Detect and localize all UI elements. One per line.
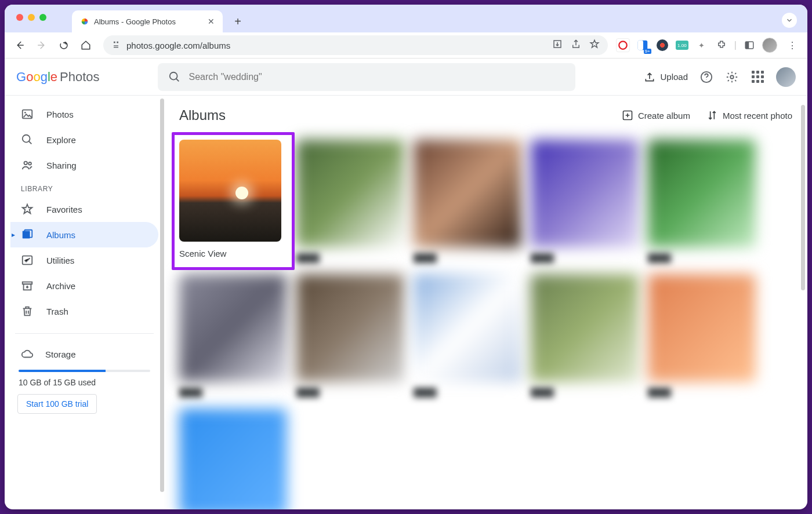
browser-profile-avatar[interactable]: [762, 38, 777, 53]
forward-button[interactable]: [32, 36, 51, 54]
album-card[interactable]: ████: [296, 274, 404, 397]
extension-opera[interactable]: [616, 38, 630, 52]
album-card[interactable]: ████: [531, 274, 639, 397]
svg-rect-8: [745, 42, 749, 49]
sidebar-item-archive[interactable]: Archive: [10, 273, 158, 298]
close-window-button[interactable]: [16, 14, 23, 21]
logo-product-text: Photos: [60, 70, 100, 85]
plus-square-icon: [622, 110, 633, 121]
album-name: ████: [531, 388, 639, 397]
site-info-icon[interactable]: [111, 40, 121, 51]
browser-tab[interactable]: Albums - Google Photos ✕: [72, 10, 223, 32]
tab-dropdown-button[interactable]: [782, 13, 797, 28]
new-tab-button[interactable]: +: [230, 13, 246, 30]
minimize-window-button[interactable]: [28, 14, 35, 21]
album-card[interactable]: ████: [648, 140, 756, 263]
share-icon[interactable]: [571, 39, 581, 52]
sidebar-item-storage[interactable]: Storage: [17, 343, 151, 365]
google-photos-favicon-icon: [80, 17, 89, 26]
sidebar-item-explore[interactable]: Explore: [10, 127, 158, 152]
search-bar[interactable]: [158, 63, 575, 91]
svg-point-13: [24, 112, 26, 114]
apps-grid-icon: [752, 71, 764, 83]
url-text: photos.google.com/albums: [126, 41, 546, 50]
album-card[interactable]: ████: [531, 140, 639, 263]
upload-label: Upload: [660, 72, 688, 82]
help-icon: [700, 71, 713, 83]
create-album-button[interactable]: Create album: [622, 110, 690, 121]
start-trial-button[interactable]: Start 100 GB trial: [17, 394, 97, 414]
page-title: Albums: [179, 107, 226, 123]
reload-icon: [59, 40, 69, 50]
svg-point-14: [23, 135, 30, 143]
home-icon: [81, 40, 91, 50]
sidebar-item-trash[interactable]: Trash: [10, 298, 158, 324]
extension-5[interactable]: ✦: [695, 38, 709, 52]
reload-button[interactable]: [55, 36, 73, 54]
upload-button[interactable]: Upload: [644, 71, 688, 83]
sidebar-item-label: Trash: [46, 307, 68, 316]
gear-icon: [726, 71, 738, 83]
arrow-left-icon: [14, 40, 25, 50]
album-card[interactable]: [179, 409, 287, 509]
album-card[interactable]: ████: [648, 274, 756, 397]
home-button[interactable]: [77, 36, 95, 54]
album-name: ████: [648, 253, 756, 263]
help-button[interactable]: [699, 70, 713, 84]
album-card[interactable]: ████: [414, 274, 521, 397]
browser-tab-strip: Albums - Google Photos ✕ +: [5, 5, 807, 32]
album-card[interactable]: Scenic View: [172, 132, 295, 270]
trial-label: Start 100 GB trial: [26, 399, 88, 409]
svg-point-11: [730, 75, 734, 79]
sidebar-item-sharing[interactable]: Sharing: [10, 152, 158, 178]
address-bar[interactable]: photos.google.com/albums: [103, 35, 608, 55]
search-input[interactable]: [189, 72, 565, 82]
sidebar-item-label: Explore: [46, 135, 76, 145]
svg-point-9: [169, 72, 177, 79]
sort-button[interactable]: Most recent photo: [706, 110, 792, 121]
create-album-label: Create album: [638, 111, 690, 121]
album-name: Scenic View: [179, 249, 287, 258]
album-thumbnail: [531, 140, 639, 247]
sidebar-item-favorites[interactable]: Favorites: [10, 196, 158, 222]
album-name: ████: [179, 388, 287, 397]
album-card[interactable]: ████: [296, 140, 404, 263]
back-button[interactable]: [10, 36, 29, 54]
extension-4[interactable]: 1.00: [675, 38, 689, 52]
extensions-button[interactable]: [715, 38, 728, 52]
album-card[interactable]: ████: [414, 140, 521, 263]
scrollbar[interactable]: [801, 105, 805, 290]
close-tab-button[interactable]: ✕: [208, 17, 215, 26]
extension-translate[interactable]: 9+: [636, 38, 650, 52]
album-thumbnail: [531, 274, 639, 382]
browser-menu-button[interactable]: ⋮: [783, 36, 802, 54]
settings-button[interactable]: [725, 70, 739, 84]
account-avatar[interactable]: [776, 67, 796, 87]
side-panel-button[interactable]: [742, 38, 756, 52]
google-photos-logo[interactable]: Google Photos: [16, 70, 100, 85]
sidebar-item-label: Sharing: [46, 161, 77, 170]
archive-icon: [21, 279, 34, 292]
cloud-icon: [21, 348, 34, 360]
google-apps-button[interactable]: [751, 70, 764, 84]
albums-grid: Scenic View ████ ████ ████ ████ ████ ███…: [179, 140, 792, 509]
svg-rect-6: [638, 41, 643, 50]
album-thumbnail: [179, 140, 281, 242]
sidebar-item-utilities[interactable]: Utilities: [10, 247, 158, 273]
album-thumbnail: [179, 409, 287, 509]
album-thumbnail: [296, 274, 404, 382]
album-name: ████: [414, 253, 521, 263]
maximize-window-button[interactable]: [39, 14, 46, 21]
sidebar: Photos Explore Sharing LIBRARY Favorites: [5, 96, 164, 509]
bookmark-icon[interactable]: [589, 39, 600, 52]
svg-point-16: [28, 162, 31, 165]
album-card[interactable]: ████: [179, 274, 287, 397]
album-thumbnail: [414, 140, 521, 247]
main-content: Albums Create album Most recent photo: [164, 96, 807, 509]
album-name: ████: [296, 388, 404, 397]
extension-3[interactable]: [655, 38, 669, 52]
svg-rect-0: [114, 41, 115, 43]
sidebar-item-photos[interactable]: Photos: [10, 101, 158, 127]
sidebar-item-albums[interactable]: Albums: [10, 222, 158, 247]
install-app-icon[interactable]: [552, 39, 563, 52]
